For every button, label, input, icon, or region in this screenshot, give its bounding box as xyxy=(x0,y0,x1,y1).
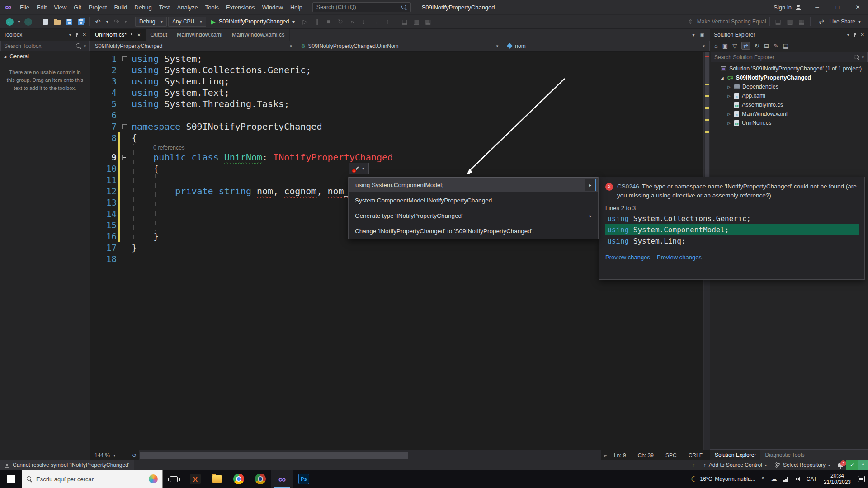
close-button[interactable]: ✕ xyxy=(848,0,868,14)
menu-tools[interactable]: Tools xyxy=(202,0,222,14)
pin-icon[interactable] xyxy=(853,33,857,37)
eol-indicator[interactable]: CRLF xyxy=(689,452,703,459)
volume-button[interactable] xyxy=(792,470,803,488)
tree-item-solution-s09inotifypropertychanged-1-of-[interactable]: Solution 'S09INotifyPropertyChanged' (1 … xyxy=(710,64,868,73)
keyboard-layout-button[interactable]: CAT xyxy=(803,470,820,488)
preview-changes-link-1[interactable]: Preview changes xyxy=(605,254,650,261)
close-icon[interactable]: ✕ xyxy=(83,32,86,37)
scroll-right-icon[interactable]: ▶ xyxy=(601,453,609,458)
code-line-8[interactable]: 8{ xyxy=(90,132,703,144)
photoshop-button[interactable] xyxy=(293,470,315,488)
quickfix-item-4[interactable]: Change 'INotifyPropertyChanged' to 'S09I… xyxy=(349,223,598,239)
show-hidden-icons-button[interactable]: ^ xyxy=(759,470,768,488)
tab-output[interactable]: Output xyxy=(146,29,173,41)
solution-platforms-dropdown[interactable]: Any CPU▾ xyxy=(168,17,206,27)
tab-mainwindow-xaml-cs[interactable]: MainWindow.xaml.cs xyxy=(227,29,290,41)
status-bar-chevron-button[interactable]: ^ xyxy=(858,460,868,470)
align-centers-icon[interactable]: ▥ xyxy=(785,17,795,27)
chrome-button[interactable] xyxy=(228,470,250,488)
expanded-arrow-icon[interactable]: ◢ xyxy=(720,76,725,80)
tree-item-unirnom-cs[interactable]: ▷UnirNom.cs xyxy=(710,118,868,127)
fold-collapse-icon[interactable] xyxy=(122,155,127,160)
quickfix-item-1[interactable]: using System.ComponentModel;▸ xyxy=(349,177,598,192)
menu-test[interactable]: Test xyxy=(156,0,174,14)
float-window-icon[interactable]: ▣ xyxy=(700,33,704,38)
align-lefts-icon[interactable]: ▤ xyxy=(773,17,783,27)
format-document-icon[interactable]: ▥ xyxy=(411,17,421,27)
file-structure-icon[interactable]: ▤ xyxy=(399,17,410,27)
zoom-dropdown[interactable]: 144 % ▾ xyxy=(90,452,130,459)
publish-icon[interactable]: ↑ xyxy=(693,462,695,468)
switch-views-icon[interactable]: ▣ xyxy=(722,42,728,49)
code-line-9[interactable]: 9 public class UnirNom: INotifyPropertyC… xyxy=(90,152,703,163)
menu-project[interactable]: Project xyxy=(85,0,110,14)
menu-window[interactable]: Window xyxy=(259,0,287,14)
undo-caret[interactable]: ▾ xyxy=(104,17,110,27)
menu-extensions[interactable]: Extensions xyxy=(222,0,259,14)
editor-horizontal-scrollbar[interactable] xyxy=(139,450,601,460)
restart-icon[interactable]: ↻ xyxy=(335,17,345,27)
save-all-button[interactable] xyxy=(75,17,86,27)
breadcrumb-type-dropdown[interactable]: S09INotifyPropertyChanged.UnirNom ▾ xyxy=(297,41,504,51)
tree-item-s09inotifypropertychanged[interactable]: ◢C#S09INotifyPropertyChanged xyxy=(710,73,868,82)
quickfix-item-3[interactable]: Generate type 'INotifyPropertyChanged'▸ xyxy=(349,208,598,223)
code-line-6[interactable]: 6 xyxy=(90,110,703,121)
quickfix-item-2[interactable]: System.ComponentModel.INotifyPropertyCha… xyxy=(349,192,598,208)
quick-actions-button[interactable]: ▾ xyxy=(349,163,369,174)
tree-item-app-xaml[interactable]: ▷App.xaml xyxy=(710,91,868,100)
pending-changes-filter-icon[interactable]: ▽ xyxy=(732,42,737,49)
chrome-profile-button[interactable] xyxy=(250,470,271,488)
tab-solution-explorer[interactable]: Solution Explorer xyxy=(710,450,760,460)
tab-mainwindow-xaml[interactable]: MainWindow.xaml xyxy=(172,29,227,41)
collapse-all-icon[interactable]: ⊟ xyxy=(764,42,769,49)
align-rights-icon[interactable]: ▦ xyxy=(797,17,807,27)
fold-collapse-icon[interactable] xyxy=(122,124,127,129)
onedrive-button[interactable]: ☁ xyxy=(767,470,780,488)
save-button[interactable] xyxy=(64,17,74,27)
home-icon[interactable]: ⌂ xyxy=(714,42,718,49)
code-cleanup-icon[interactable]: ▦ xyxy=(423,17,433,27)
toolbox-search-input[interactable]: Search Toolbox ▾ xyxy=(0,41,90,51)
clock[interactable]: 20:34 21/10/2023 xyxy=(820,473,854,485)
menu-help[interactable]: Help xyxy=(287,0,306,14)
undo-button[interactable]: ↶ xyxy=(93,17,103,27)
minimize-button[interactable]: ─ xyxy=(807,0,827,14)
menu-git[interactable]: Git xyxy=(70,0,85,14)
quick-launch-search[interactable]: Search (Ctrl+Q) xyxy=(312,2,411,12)
collapsed-arrow-icon[interactable]: ▷ xyxy=(726,112,731,116)
breadcrumb-member-dropdown[interactable]: nom ▾ xyxy=(503,41,710,51)
new-project-button[interactable] xyxy=(40,17,51,27)
break-all-icon[interactable]: ∥ xyxy=(311,17,322,27)
zoom-reset-icon[interactable]: ↺ xyxy=(130,452,138,459)
navigate-forward-button[interactable]: → xyxy=(23,17,33,27)
pin-icon[interactable] xyxy=(75,33,79,37)
show-next-statement-icon[interactable]: » xyxy=(347,17,357,27)
caret-down-icon[interactable]: ▾ xyxy=(69,32,71,37)
toolbox-section-general[interactable]: ◢ General xyxy=(0,52,90,61)
select-repository-button[interactable]: Select Repository ▴ xyxy=(771,460,834,470)
caret-down-icon[interactable]: ▾ xyxy=(847,32,849,37)
fold-collapse-icon[interactable] xyxy=(122,56,127,61)
tree-item-dependencies[interactable]: ▷Dependencies xyxy=(710,82,868,91)
document-dropdown-icon[interactable]: ▾ xyxy=(693,33,695,38)
make-vertical-spacing-equal-icon[interactable]: ⇕ xyxy=(685,17,696,27)
step-into-icon[interactable]: ↓ xyxy=(359,17,369,27)
start-button[interactable] xyxy=(0,470,22,488)
step-out-icon[interactable]: ↑ xyxy=(382,17,392,27)
taskbar-app-x-button[interactable] xyxy=(184,470,206,488)
close-icon[interactable]: ✕ xyxy=(861,32,864,37)
menu-edit[interactable]: Edit xyxy=(33,0,50,14)
collapsed-arrow-icon[interactable]: ▷ xyxy=(726,85,731,89)
menu-analyze[interactable]: Analyze xyxy=(173,0,201,14)
code-line-10[interactable]: 10 { xyxy=(90,163,703,174)
code-line-3[interactable]: 3using System.Linq; xyxy=(90,76,703,87)
navigate-back-button[interactable]: ← xyxy=(5,17,15,27)
refresh-icon[interactable]: ↻ xyxy=(755,42,760,49)
stop-debugging-icon[interactable]: ■ xyxy=(323,17,334,27)
close-tab-icon[interactable]: ✕ xyxy=(137,33,141,38)
menu-view[interactable]: View xyxy=(50,0,70,14)
solution-configurations-dropdown[interactable]: Debug▾ xyxy=(135,17,167,27)
visual-studio-button[interactable]: ∞ xyxy=(271,470,293,488)
spaces-indicator[interactable]: SPC xyxy=(665,452,677,459)
redo-button[interactable]: ↷ xyxy=(111,17,122,27)
